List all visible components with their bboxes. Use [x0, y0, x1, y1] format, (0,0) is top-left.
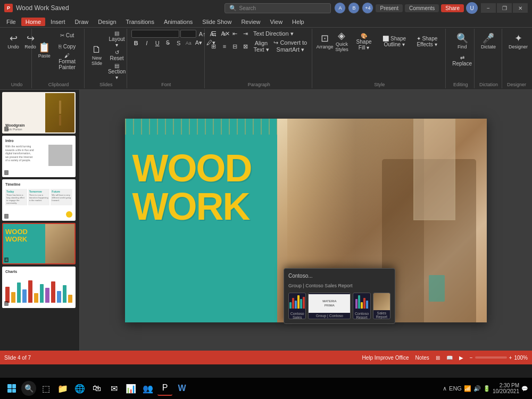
tray-wifi[interactable]: 📶 — [464, 385, 471, 392]
notes-button[interactable]: Notes — [415, 355, 429, 361]
zoom-slider[interactable] — [475, 356, 507, 359]
taskbar-excel[interactable]: 📊 — [123, 381, 138, 396]
cut-button[interactable]: ✂ Cut — [53, 30, 81, 40]
tray-chevron[interactable]: ∧ — [443, 385, 447, 392]
zoom-control[interactable]: − + 100% — [470, 355, 528, 361]
reset-button[interactable]: ↺ Reset — [106, 49, 128, 62]
menu-transitions[interactable]: Transitions — [122, 18, 159, 26]
quick-styles-button[interactable]: ◈ QuickStyles — [334, 30, 350, 53]
find-button[interactable]: 🔍 Find — [454, 30, 470, 53]
shape-outline-button[interactable]: ⬜ Shape Outline ▾ — [378, 35, 411, 48]
tray-lang[interactable]: ENG — [449, 385, 462, 392]
arrange-button[interactable]: ⊡ Arrange — [317, 30, 332, 53]
tray-notification[interactable]: 💬 — [521, 386, 528, 392]
align-right-button[interactable]: ⊟ — [230, 43, 240, 51]
font-name-input[interactable]: Calibri (Body) — [131, 30, 179, 38]
tray-battery[interactable]: 🔋 — [483, 385, 491, 392]
dictation-label: Dictation — [479, 81, 498, 87]
replace-button[interactable]: ⇄ Replace — [450, 54, 474, 67]
bullet-list-button[interactable]: ☰ — [209, 30, 219, 38]
taskbar-mail[interactable]: ✉ — [106, 381, 121, 396]
popup-item-4[interactable]: Sales Report — [373, 293, 390, 319]
slide-thumb-5[interactable]: Charts 5 — [2, 267, 76, 308]
comments-button[interactable]: Comments — [405, 4, 439, 12]
indent-less-button[interactable]: ⇤ — [230, 30, 240, 38]
menu-animations[interactable]: Animations — [160, 18, 197, 26]
taskbar-teams[interactable]: 👥 — [140, 381, 155, 396]
menu-insert[interactable]: Insert — [46, 18, 70, 26]
font-size-input[interactable]: 11 — [180, 30, 196, 38]
view-normal[interactable]: ⊞ — [436, 355, 440, 361]
zoom-out-button[interactable]: − — [470, 355, 473, 361]
minimize-button[interactable]: − — [481, 3, 496, 13]
menu-review[interactable]: Review — [237, 18, 264, 26]
taskbar-powerpoint[interactable]: P — [157, 381, 172, 396]
share-button[interactable]: Share — [441, 4, 464, 12]
find-label: Find — [458, 44, 467, 49]
taskbar-word[interactable]: W — [174, 381, 189, 396]
menu-help[interactable]: Help — [288, 18, 309, 26]
popup-item-1[interactable]: Contoso Sales — [288, 293, 306, 319]
align-center-button[interactable]: ≡ — [220, 43, 229, 50]
present-button[interactable]: Present — [376, 4, 402, 12]
menu-slideshow[interactable]: Slide Show — [198, 18, 236, 26]
shape-effects-button[interactable]: ✦ Shape Effects ▾ — [412, 35, 443, 48]
arrange-label: Arrange — [316, 44, 333, 49]
font-color-button[interactable]: A▾ — [194, 39, 204, 47]
zoom-in-button[interactable]: + — [509, 355, 512, 361]
menu-file[interactable]: File — [2, 18, 20, 26]
user-avatar[interactable]: U — [466, 2, 478, 14]
taskbar-store[interactable]: 🛍 — [89, 381, 104, 396]
menu-design[interactable]: Design — [94, 18, 120, 26]
slide-thumb-1[interactable]: Woodgrain Jack Purton 1 — [2, 92, 76, 134]
menu-view[interactable]: View — [265, 18, 287, 26]
popup-item-3[interactable]: Contoso Report — [353, 293, 370, 319]
close-button[interactable]: ✕ — [513, 3, 528, 13]
search-box[interactable]: 🔍 Search — [225, 3, 331, 13]
canvas-area: WOOD WORK Contoso... Group | Contoso Sal… — [80, 90, 532, 351]
italic-button[interactable]: I — [142, 39, 152, 47]
section-button[interactable]: ▤ Section ▾ — [106, 62, 128, 81]
indent-more-button[interactable]: ⇥ — [241, 30, 251, 38]
taskbar-edge[interactable]: 🌐 — [72, 381, 87, 396]
slide-thumb-4[interactable]: WOODWORK 4 — [2, 223, 76, 264]
underline-button[interactable]: U — [153, 39, 162, 47]
teal-element-1 — [429, 275, 445, 302]
dictate-button[interactable]: 🎤 Dictate — [479, 30, 498, 53]
designer-button[interactable]: ✦ Designer — [506, 30, 530, 53]
text-direction-button[interactable]: Text Direction ▾ — [252, 30, 295, 38]
shadow-button[interactable]: S — [174, 39, 184, 47]
slide-thumb-3[interactable]: Timeline Today There has been a long sta… — [2, 179, 76, 221]
copy-button[interactable]: ⎘ Copy — [53, 41, 81, 52]
popup-items: Contoso Sales MATERIAPRIMA Group | Conto… — [288, 293, 390, 319]
layout-button[interactable]: ▤ Layout ▾ — [106, 30, 128, 48]
start-button[interactable] — [4, 381, 19, 396]
popup-item-2[interactable]: MATERIAPRIMA Group | Contoso — [308, 293, 351, 319]
menu-home[interactable]: Home — [21, 18, 45, 26]
slide-thumb-2[interactable]: Intro With the world turning towards a l… — [2, 136, 76, 177]
strikethrough-button[interactable]: S̶ — [163, 39, 173, 47]
tray-sound[interactable]: 🔊 — [473, 385, 481, 392]
undo-group-label: Undo — [5, 81, 28, 87]
bold-button[interactable]: B — [131, 39, 141, 47]
restore-button[interactable]: ❐ — [497, 3, 512, 13]
find-icon: 🔍 — [456, 34, 468, 43]
paste-button[interactable]: 📋 Paste — [36, 39, 52, 62]
taskbar-task-view[interactable]: ⬚ — [38, 381, 53, 396]
taskbar-search[interactable]: 🔍 — [21, 381, 36, 396]
new-slide-button[interactable]: 🗋 NewSlide — [89, 44, 105, 67]
slide-main-text: WOOD WORK — [132, 149, 252, 226]
align-left-button[interactable]: ⊞ — [209, 43, 219, 51]
align-text-button[interactable]: Align Text ▾ — [252, 39, 271, 54]
numbered-list-button[interactable]: ≡ — [220, 30, 229, 38]
taskbar-file-explorer[interactable]: 📁 — [55, 381, 70, 396]
menu-draw[interactable]: Draw — [71, 18, 93, 26]
undo-button[interactable]: ↩ Undo — [5, 30, 21, 53]
view-slideshow[interactable]: ▶ — [459, 355, 463, 361]
clock[interactable]: 2:30 PM 10/20/2021 — [493, 383, 519, 394]
shape-fill-button[interactable]: 🎨 Shape Fill ▾ — [351, 32, 377, 51]
justify-button[interactable]: ⊠ — [241, 43, 251, 51]
view-reading[interactable]: 📖 — [446, 355, 453, 361]
format-painter-button[interactable]: 🖌 Format Painter — [53, 52, 81, 71]
smartart-button[interactable]: ↪ Convert to SmartArt ▾ — [272, 39, 309, 54]
